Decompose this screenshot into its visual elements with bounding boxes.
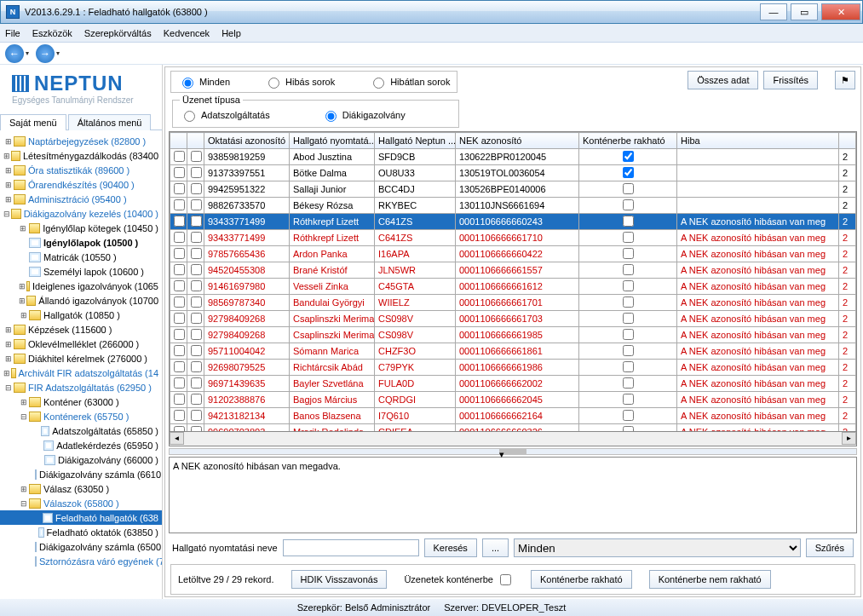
tree-item[interactable]: Feladható hallgatók (638 <box>0 510 162 525</box>
row-checkbox[interactable] <box>191 426 202 433</box>
filter-apply-button[interactable]: Szűrés <box>806 538 854 557</box>
container-allowed-checkbox[interactable] <box>623 264 634 275</box>
row-checkbox[interactable] <box>174 313 185 324</box>
row-checkbox[interactable] <box>174 280 185 291</box>
tree-expander-icon[interactable]: ⊞ <box>19 282 26 291</box>
tree-expander-icon[interactable]: ⊟ <box>19 412 28 421</box>
tree-expander-icon[interactable]: ⊞ <box>19 296 26 305</box>
tree-expander-icon[interactable]: ⊞ <box>3 137 13 146</box>
filter-ok[interactable]: Hibátlan sorok <box>369 75 450 89</box>
table-row[interactable]: 98826733570Békesy RózsaRKYBEC130110JNS66… <box>170 198 856 214</box>
tree-expander-icon[interactable]: ⊞ <box>3 325 13 334</box>
row-checkbox[interactable] <box>191 377 202 389</box>
row-checkbox[interactable] <box>174 216 185 227</box>
tree-expander-icon[interactable]: ⊞ <box>3 354 13 363</box>
scroll-left-icon[interactable]: ◄ <box>170 432 184 445</box>
tree-item[interactable]: ⊞Órarendkészítés (90400 ) <box>0 177 162 192</box>
tab-general-menu[interactable]: Általános menü <box>68 114 152 130</box>
minimize-button[interactable]: — <box>760 3 787 20</box>
table-row[interactable]: 94520455308Brané KristófJLN5WR0001106666… <box>170 262 856 279</box>
menu-help[interactable]: Help <box>222 28 241 38</box>
tree-expander-icon[interactable]: ⊟ <box>19 499 28 508</box>
search-input[interactable] <box>283 539 419 556</box>
table-row[interactable]: 99690703803Mrarik RodelindaCDIEEA0001106… <box>170 424 856 433</box>
nav-forward-button[interactable]: → <box>36 44 55 63</box>
tree-item[interactable]: ⊞Oklevélmelléklet (266000 ) <box>0 337 162 351</box>
tree-expander-icon[interactable]: ⊞ <box>3 181 13 189</box>
table-row[interactable]: 91202388876Bagjos MárciusCQRDGI000110666… <box>170 392 856 408</box>
row-checkbox[interactable] <box>174 361 185 372</box>
container-allowed-checkbox[interactable] <box>623 167 634 178</box>
msgtype-data[interactable]: Adatszolgáltatás <box>180 108 270 122</box>
tree-item[interactable]: ⊞Adminisztráció (95400 ) <box>0 192 162 206</box>
tree-expander-icon[interactable]: ⊞ <box>19 398 28 406</box>
tree-item[interactable]: ⊞Naptárbejegyzések (82800 ) <box>0 134 162 148</box>
tree-expander-icon[interactable]: ⊞ <box>3 152 10 160</box>
tree-item[interactable]: ⊞Diákhitel kérelmek (276000 ) <box>0 351 162 366</box>
tree-expander-icon[interactable]: ⊞ <box>19 485 28 493</box>
row-checkbox[interactable] <box>174 232 185 243</box>
row-checkbox[interactable] <box>191 410 202 421</box>
split-handle[interactable]: ▾ <box>169 448 857 455</box>
row-checkbox[interactable] <box>174 248 185 259</box>
row-checkbox[interactable] <box>174 394 185 405</box>
table-row[interactable]: 92798409268Csaplinszki MerimaCS098V00011… <box>170 327 856 343</box>
tree-item[interactable]: ⊞Igénylőlap kötegek (10450 ) <box>0 221 162 235</box>
tree-item[interactable]: ⊞Óra statisztikák (89600 ) <box>0 163 162 177</box>
row-checkbox[interactable] <box>191 296 202 308</box>
row-checkbox[interactable] <box>191 345 202 356</box>
row-checkbox[interactable] <box>191 361 202 372</box>
tree-expander-icon[interactable]: ⊞ <box>3 166 13 175</box>
container-deny-button[interactable]: Konténerbe nem rakható <box>649 570 771 589</box>
container-allowed-checkbox[interactable] <box>623 329 634 340</box>
container-allowed-checkbox[interactable] <box>623 394 634 405</box>
tree-item[interactable]: ⊞Létesítménygazdálkodás (83400 <box>0 148 162 163</box>
table-row[interactable]: 91373397551Bötke DalmaOU8U33130519TOL003… <box>170 165 856 181</box>
row-checkbox[interactable] <box>191 394 202 405</box>
row-checkbox[interactable] <box>191 280 202 291</box>
column-header[interactable] <box>839 133 856 149</box>
tree-item[interactable]: Adatlekérdezés (65950 ) <box>0 438 162 452</box>
row-checkbox[interactable] <box>191 313 202 324</box>
tree-expander-icon[interactable]: ⊞ <box>3 195 13 204</box>
hdik-revoke-button[interactable]: HDIK Visszavonás <box>291 570 388 589</box>
nav-back-menu[interactable]: ▾ <box>26 49 29 57</box>
column-header[interactable]: Hiba <box>677 133 839 149</box>
row-checkbox[interactable] <box>191 167 202 178</box>
column-header[interactable]: Oktatási azonosító <box>204 133 290 149</box>
row-checkbox[interactable] <box>174 296 185 308</box>
tree-item[interactable]: Diákigazolvány számla (6500 <box>0 539 162 554</box>
tree-item[interactable]: Feladható oktatók (63850 ) <box>0 525 162 539</box>
tree-item[interactable]: ⊟Diákigazolvány kezelés (10400 ) <box>0 206 162 221</box>
container-allowed-checkbox[interactable] <box>623 183 634 194</box>
column-header[interactable] <box>170 133 187 149</box>
menu-tools[interactable]: Eszközök <box>32 28 72 38</box>
tree-expander-icon[interactable]: ⊟ <box>3 210 10 218</box>
table-row[interactable]: 92798409268Csaplinszki MerimaCS098V00011… <box>170 311 856 327</box>
table-row[interactable]: 92698079525Richtárcsik AbádC79PYK0001106… <box>170 360 856 376</box>
container-allowed-checkbox[interactable] <box>623 216 634 227</box>
tree-item[interactable]: Matricák (10550 ) <box>0 250 162 264</box>
table-row[interactable]: 96971439635Bayler SzvetlánaFULA0D0001106… <box>170 376 856 392</box>
maximize-button[interactable]: ▭ <box>791 3 818 20</box>
container-allowed-checkbox[interactable] <box>623 345 634 356</box>
menu-file[interactable]: File <box>5 28 20 38</box>
tree-item[interactable]: ⊞Archivált FIR adatszolgáltatás (14 <box>0 366 162 380</box>
menu-favorites[interactable]: Kedvencek <box>164 28 210 38</box>
row-checkbox[interactable] <box>174 151 185 162</box>
search-more-button[interactable]: ... <box>482 538 509 557</box>
row-checkbox[interactable] <box>174 199 185 210</box>
nav-back-button[interactable]: ← <box>5 44 24 63</box>
table-row[interactable]: 98569787340Bandulai GyörgyiWIIELZ0001106… <box>170 295 856 311</box>
table-row[interactable]: 93859819259Abod JusztinaSFD9CB130622BPR0… <box>170 149 856 165</box>
close-button[interactable]: ✕ <box>821 3 860 20</box>
container-allowed-checkbox[interactable] <box>623 199 634 210</box>
column-header[interactable]: Hallgató Neptun ... <box>375 133 456 149</box>
container-allowed-checkbox[interactable] <box>623 280 634 291</box>
messages-to-container[interactable]: Üzenetek konténerbe <box>404 572 514 588</box>
nav-forward-menu[interactable]: ▾ <box>56 49 60 57</box>
tree-item[interactable]: ⊟Válaszok (65800 ) <box>0 496 162 510</box>
tree-expander-icon[interactable]: ⊞ <box>19 224 28 233</box>
container-allowed-checkbox[interactable] <box>623 377 634 389</box>
tree-expander-icon[interactable]: ⊞ <box>19 311 28 320</box>
